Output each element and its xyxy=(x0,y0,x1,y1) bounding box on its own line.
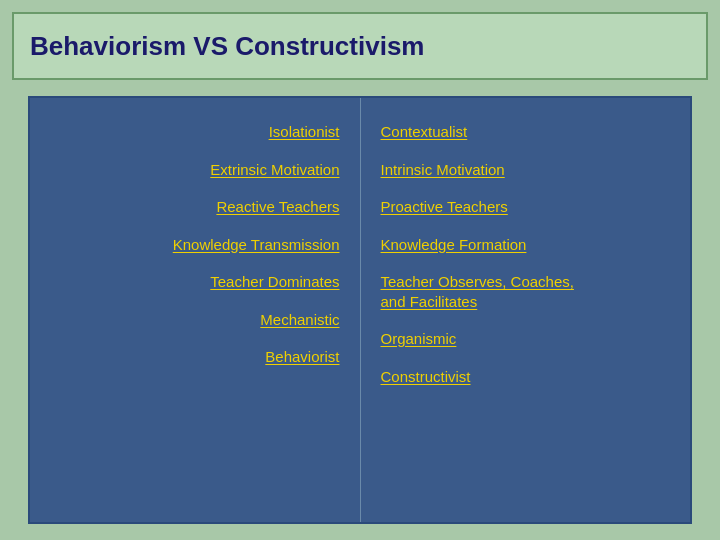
item-behaviorist[interactable]: Behaviorist xyxy=(265,347,339,367)
left-column: Isolationist Extrinsic Motivation Reacti… xyxy=(30,98,361,522)
item-knowledge-formation[interactable]: Knowledge Formation xyxy=(381,235,527,255)
item-proactive-teachers[interactable]: Proactive Teachers xyxy=(381,197,508,217)
item-knowledge-transmission[interactable]: Knowledge Transmission xyxy=(173,235,340,255)
item-constructivist[interactable]: Constructivist xyxy=(381,367,471,387)
item-contextualist[interactable]: Contextualist xyxy=(381,122,468,142)
item-mechanistic[interactable]: Mechanistic xyxy=(260,310,339,330)
item-teacher-dominates[interactable]: Teacher Dominates xyxy=(210,272,339,292)
item-intrinsic-motivation[interactable]: Intrinsic Motivation xyxy=(381,160,505,180)
item-teacher-observes[interactable]: Teacher Observes, Coaches, and Facilitat… xyxy=(381,272,581,311)
page-title: Behaviorism VS Constructivism xyxy=(30,31,424,62)
item-reactive-teachers[interactable]: Reactive Teachers xyxy=(216,197,339,217)
item-isolationist[interactable]: Isolationist xyxy=(269,122,340,142)
title-box: Behaviorism VS Constructivism xyxy=(12,12,708,80)
content-box: Isolationist Extrinsic Motivation Reacti… xyxy=(28,96,692,524)
item-organismic[interactable]: Organismic xyxy=(381,329,457,349)
right-column: Contextualist Intrinsic Motivation Proac… xyxy=(361,98,691,522)
item-extrinsic-motivation[interactable]: Extrinsic Motivation xyxy=(210,160,339,180)
